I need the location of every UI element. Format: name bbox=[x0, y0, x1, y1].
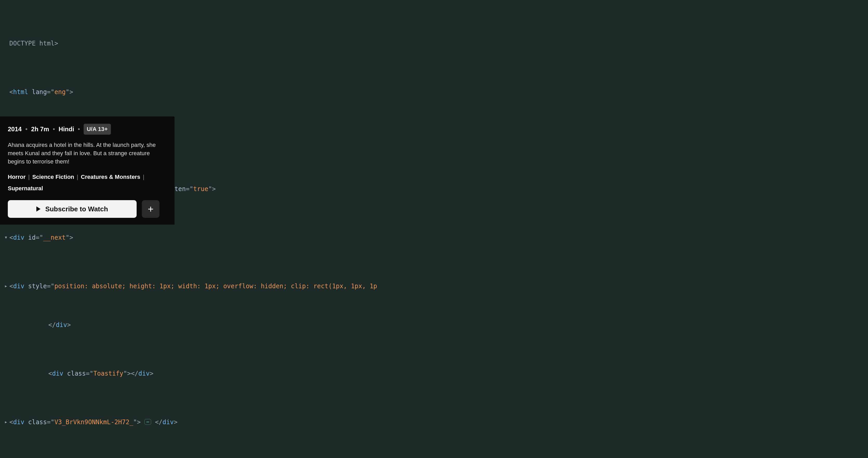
expand-toggle-icon[interactable] bbox=[4, 283, 8, 289]
media-year: 2014 bbox=[8, 124, 22, 134]
media-language: Hindi bbox=[59, 124, 74, 134]
play-icon bbox=[36, 206, 40, 211]
ellipsis-icon[interactable] bbox=[145, 419, 151, 425]
genre-tag[interactable]: Science Fiction bbox=[32, 173, 74, 181]
dom-node-doctype[interactable]: DOCTYPE html> bbox=[4, 39, 868, 49]
dom-node-html[interactable]: <html lang="eng"> bbox=[4, 87, 868, 97]
genre-tag[interactable]: Supernatural bbox=[8, 184, 43, 193]
media-meta: 2014 • 2h 7m • Hindi • U/A 13+ bbox=[8, 124, 167, 135]
dom-node-div-hidden-close[interactable]: </div> bbox=[4, 320, 868, 330]
media-duration: 2h 7m bbox=[31, 124, 49, 134]
genre-tag[interactable]: Creatures & Monsters bbox=[81, 173, 140, 181]
elements-tree: DOCTYPE html> <html lang="eng"> <head> <… bbox=[0, 0, 868, 458]
dom-node-div-hidden[interactable]: <div style="position: absolute; height: … bbox=[4, 282, 868, 291]
expand-toggle-icon[interactable] bbox=[4, 419, 8, 425]
plus-icon: + bbox=[148, 201, 154, 217]
dom-node-div-toastify[interactable]: <div class="Toastify"></div> bbox=[4, 369, 868, 379]
media-rating-badge: U/A 13+ bbox=[84, 124, 111, 135]
dom-node-div-brv[interactable]: <div class="V3_BrVkn9ONNkmL-2H72_"> </di… bbox=[4, 418, 868, 427]
subscribe-button-label: Subscribe to Watch bbox=[45, 204, 108, 214]
genre-tag[interactable]: Horror bbox=[8, 173, 26, 181]
media-actions: Subscribe to Watch + bbox=[8, 200, 167, 218]
media-genres: Horror| Science Fiction| Creatures & Mon… bbox=[8, 173, 167, 193]
add-to-watchlist-button[interactable]: + bbox=[142, 200, 159, 218]
media-description: Ahana acquires a hotel in the hills. At … bbox=[8, 141, 167, 166]
media-info-card: 2014 • 2h 7m • Hindi • U/A 13+ Ahana acq… bbox=[0, 116, 175, 225]
dom-node-div-next[interactable]: <div id="__next"> bbox=[4, 233, 868, 243]
collapse-toggle-icon[interactable] bbox=[4, 234, 8, 241]
subscribe-to-watch-button[interactable]: Subscribe to Watch bbox=[8, 200, 136, 218]
